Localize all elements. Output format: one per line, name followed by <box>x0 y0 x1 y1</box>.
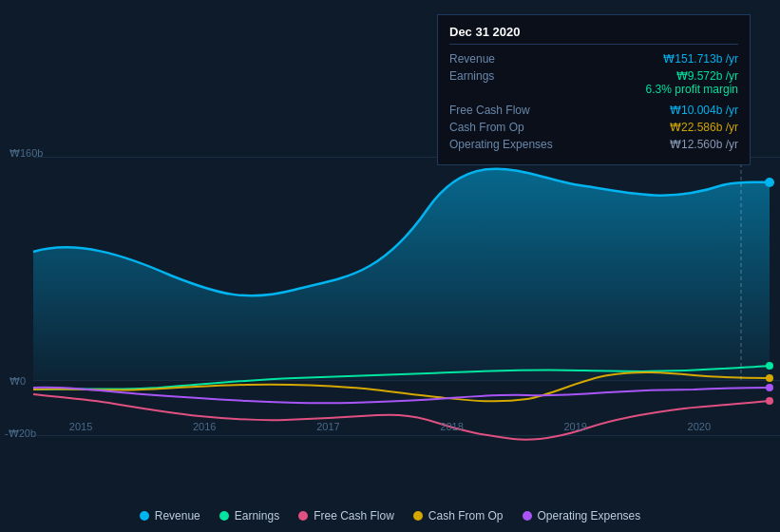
tooltip-row-earnings: Earnings ₩9.572b /yr 6.3% profit margin <box>449 69 738 100</box>
legend-label-opex: Operating Expenses <box>538 509 641 522</box>
opex-endpoint <box>766 384 773 391</box>
tooltip-row-cashfromop: Cash From Op ₩22.586b /yr <box>449 121 738 134</box>
tooltip-value-earnings: ₩9.572b /yr <box>646 69 738 83</box>
legend-dot-cashfromop <box>413 511 423 521</box>
x-label-2018: 2018 <box>440 421 463 432</box>
tooltip-value-fcf: ₩10.004b /yr <box>670 104 738 117</box>
tooltip-profit-margin: 6.3% profit margin <box>646 83 738 96</box>
tooltip-value-cashfromop: ₩22.586b /yr <box>670 121 738 134</box>
chart-legend: Revenue Earnings Free Cash Flow Cash Fro… <box>0 509 780 522</box>
x-label-2016: 2016 <box>193 421 216 432</box>
tooltip-label-cashfromop: Cash From Op <box>449 121 554 134</box>
tooltip-row-fcf: Free Cash Flow ₩10.004b /yr <box>449 104 738 117</box>
legend-item-fcf[interactable]: Free Cash Flow <box>298 509 394 522</box>
x-axis-labels: 2015 2016 2017 2018 2019 2020 <box>0 421 780 432</box>
earnings-endpoint <box>766 362 773 370</box>
x-label-2020: 2020 <box>688 421 711 432</box>
tooltip-label-earnings: Earnings <box>449 69 554 83</box>
legend-item-revenue[interactable]: Revenue <box>140 509 200 522</box>
tooltip-label-opex: Operating Expenses <box>449 138 554 151</box>
legend-label-cashfromop: Cash From Op <box>428 509 504 522</box>
legend-item-opex[interactable]: Operating Expenses <box>523 509 641 522</box>
tooltip-value-opex: ₩12.560b /yr <box>670 138 738 151</box>
legend-dot-revenue <box>140 511 149 521</box>
tooltip-value-revenue: ₩151.713b /yr <box>663 52 738 66</box>
legend-item-earnings[interactable]: Earnings <box>219 509 279 522</box>
x-label-2017: 2017 <box>316 421 339 432</box>
x-label-2015: 2015 <box>69 421 92 432</box>
tooltip-panel: Dec 31 2020 Revenue ₩151.713b /yr Earnin… <box>437 14 751 165</box>
cashflow-endpoint <box>766 397 773 405</box>
legend-dot-earnings <box>219 511 229 521</box>
tooltip-label-revenue: Revenue <box>449 52 554 66</box>
legend-label-fcf: Free Cash Flow <box>314 509 394 522</box>
revenue-area <box>33 169 770 380</box>
legend-item-cashfromop[interactable]: Cash From Op <box>413 509 504 522</box>
tooltip-row-revenue: Revenue ₩151.713b /yr <box>449 52 738 66</box>
cashfromop-endpoint <box>766 374 773 382</box>
tooltip-label-fcf: Free Cash Flow <box>449 104 554 117</box>
tooltip-title: Dec 31 2020 <box>449 25 738 45</box>
x-label-2019: 2019 <box>563 421 586 432</box>
legend-label-revenue: Revenue <box>155 509 200 522</box>
tooltip-row-opex: Operating Expenses ₩12.560b /yr <box>449 138 738 151</box>
legend-label-earnings: Earnings <box>235 509 279 522</box>
legend-dot-fcf <box>298 511 308 521</box>
revenue-endpoint <box>765 178 774 187</box>
legend-dot-opex <box>523 511 532 521</box>
